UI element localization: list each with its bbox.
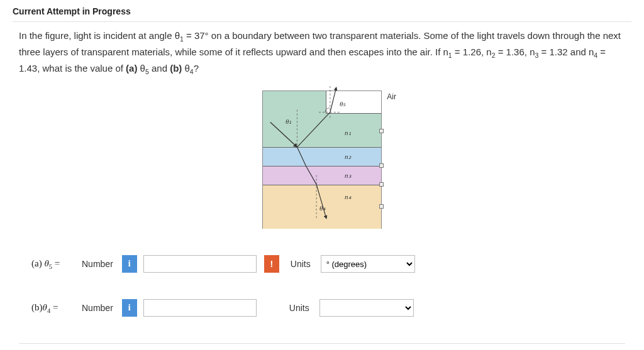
answer-row-a: (a) θ5 = Number i ! Units ° (degrees) [31, 255, 631, 273]
ray-paths [263, 91, 381, 228]
problem-statement: In the figure, light is incident at angl… [13, 28, 631, 77]
section-title: Current Attempt in Progress [13, 6, 631, 21]
part-b-units-select[interactable] [319, 299, 414, 317]
number-word: Number [82, 259, 113, 269]
divider [19, 343, 625, 344]
error-icon[interactable]: ! [264, 255, 279, 273]
svg-line-6 [330, 87, 336, 112]
info-icon[interactable]: i [122, 255, 137, 273]
error-placeholder [263, 299, 278, 317]
answer-row-b: (b)θ4 = Number i Units [31, 299, 631, 317]
svg-line-8 [306, 166, 316, 185]
svg-line-7 [297, 147, 306, 166]
part-b-label: (b)θ4 = [31, 302, 75, 314]
part-a-label: (a) θ5 = [31, 258, 75, 270]
refraction-figure: Air θ₁ θ₅ θ₄ n₁ n₂ n₃ n₄ [262, 90, 382, 229]
figure-container: Air θ₁ θ₅ θ₄ n₁ n₂ n₃ n₄ [13, 77, 631, 236]
svg-line-4 [270, 123, 297, 148]
units-word: Units [291, 259, 311, 269]
answers-area: (a) θ5 = Number i ! Units ° (degrees) (b… [13, 236, 631, 317]
svg-line-5 [297, 112, 330, 147]
units-word: Units [289, 303, 309, 313]
air-label: Air [387, 92, 396, 101]
part-a-units-select[interactable]: ° (degrees) [321, 255, 415, 273]
part-a-number-input[interactable] [143, 255, 257, 273]
number-word: Number [82, 303, 113, 313]
part-b-number-input[interactable] [143, 299, 257, 317]
divider [13, 21, 631, 22]
svg-line-9 [316, 185, 326, 219]
info-icon[interactable]: i [122, 299, 137, 317]
